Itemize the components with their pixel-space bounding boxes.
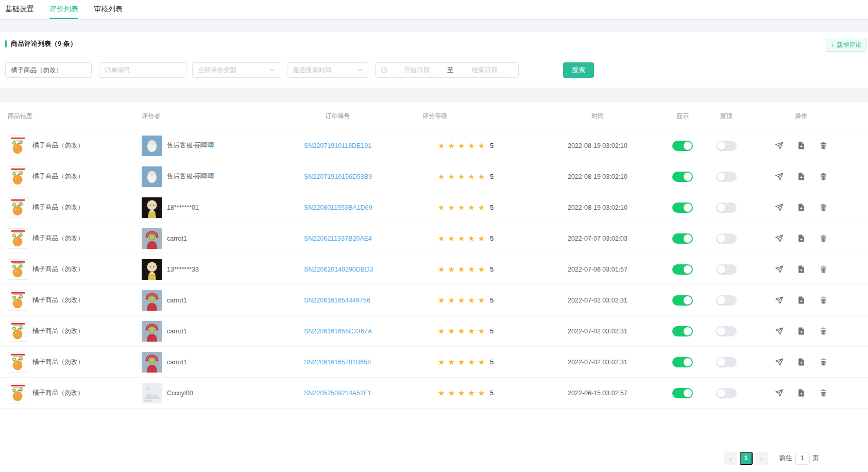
order-number-link[interactable]: SN2206161654449756 [304, 297, 370, 304]
send-button[interactable] [775, 327, 784, 335]
current-page-button[interactable]: 1 [740, 452, 753, 465]
delete-button[interactable] [819, 172, 828, 181]
product-cell: 橘子商品（勿改） [0, 321, 134, 342]
show-toggle[interactable] [672, 203, 693, 213]
top-toggle[interactable] [716, 233, 737, 244]
prev-page-button[interactable]: ‹ [724, 452, 737, 465]
delete-button[interactable] [819, 265, 828, 274]
order-number-link[interactable]: SN2206161655C2367A [304, 328, 372, 335]
order-cell: SN220620140290DBD3 [273, 266, 402, 273]
review-time: 2022-06-15 03:02:57 [568, 390, 627, 397]
top-toggle[interactable] [716, 388, 737, 398]
date-range-picker[interactable]: 开始日期 至 结束日期 [375, 62, 519, 78]
goto-page-input[interactable] [795, 452, 810, 465]
next-page-button[interactable]: › [755, 452, 768, 465]
rating-cell: ★★★★★ 5 [402, 327, 536, 335]
file-add-button[interactable] [797, 358, 806, 366]
file-add-button[interactable] [797, 296, 806, 305]
top-toggle[interactable] [716, 172, 737, 182]
product-name: 橘子商品（勿改） [32, 141, 84, 150]
product-search-input[interactable] [5, 62, 92, 78]
actions-cell [747, 327, 855, 335]
product-image [8, 136, 28, 156]
delete-button[interactable] [819, 389, 828, 397]
file-add-button[interactable] [797, 265, 806, 274]
order-number-link[interactable]: SN2208011553BA1D69 [304, 204, 372, 211]
order-number-link[interactable]: SN220616165781B658 [304, 359, 371, 366]
file-add-button[interactable] [797, 141, 806, 150]
top-toggle[interactable] [716, 141, 737, 151]
delete-button[interactable] [819, 296, 828, 305]
file-add-button[interactable] [797, 172, 806, 181]
actions-cell [747, 234, 855, 243]
order-number-link[interactable]: SN22071910118DE191 [304, 142, 371, 149]
send-button[interactable] [775, 389, 784, 397]
file-add-button[interactable] [797, 234, 806, 243]
delete-button[interactable] [819, 141, 828, 150]
send-button[interactable] [775, 234, 784, 243]
delete-button[interactable] [819, 234, 828, 243]
top-toggle[interactable] [716, 203, 737, 213]
reviewer-cell: 售后客服-丽唧唧 [134, 166, 273, 187]
product-cell: 橘子商品（勿改） [0, 136, 134, 156]
rating-value: 5 [490, 173, 493, 180]
show-toggle[interactable] [672, 233, 693, 244]
show-toggle[interactable] [672, 357, 693, 367]
delete-button[interactable] [819, 203, 828, 212]
reviewer-name: Ccccyl00 [167, 390, 193, 397]
send-button[interactable] [775, 296, 784, 305]
star-rating: ★★★★★ [438, 327, 488, 335]
order-number-link[interactable]: SN22052509214A52F1 [304, 390, 371, 397]
show-toggle[interactable] [672, 326, 693, 336]
order-number-link[interactable]: SN2206211337B20AE4 [304, 235, 372, 242]
send-button[interactable] [775, 265, 784, 274]
order-cell: SN22052509214A52F1 [273, 390, 402, 397]
delete-button[interactable] [819, 327, 828, 335]
show-toggle[interactable] [672, 264, 693, 275]
start-date-placeholder[interactable]: 开始日期 [388, 66, 445, 75]
review-time: 2022-08-19 03:02:10 [568, 204, 627, 211]
order-number-link[interactable]: SN220620140290DBD3 [304, 266, 373, 273]
rating-value: 5 [490, 328, 493, 335]
show-toggle[interactable] [672, 295, 693, 306]
review-time: 2022-07-02 03:02:31 [568, 328, 627, 335]
search-button[interactable]: 搜索 [563, 62, 594, 78]
product-image [8, 383, 28, 403]
order-number-link[interactable]: SN22071910156D53B9 [304, 173, 372, 180]
file-add-button[interactable] [797, 203, 806, 212]
order-cell: SN220616165781B658 [273, 359, 402, 366]
product-cell: 橘子商品（勿改） [0, 352, 134, 373]
top-toggle[interactable] [716, 326, 737, 336]
send-button[interactable] [775, 358, 784, 366]
delete-button[interactable] [819, 358, 828, 366]
plus-icon: + [831, 42, 835, 49]
reviewer-cell: carrot1 [134, 352, 273, 373]
send-button[interactable] [775, 141, 784, 150]
time-cell: 2022-07-07 03:02:03 [536, 235, 659, 242]
tab-review-list[interactable]: 评价列表 [49, 0, 78, 19]
product-name: 橘子商品（勿改） [32, 265, 84, 274]
show-toggle[interactable] [672, 172, 693, 182]
time-search-select[interactable]: 是否搜索时间 [287, 62, 368, 78]
review-type-select[interactable]: 全部评价类型 [192, 62, 281, 78]
send-button[interactable] [775, 203, 784, 212]
reviewer-name: 13*******33 [167, 266, 199, 273]
top-toggle[interactable] [716, 357, 737, 367]
review-time: 2022-07-06 03:01:57 [568, 266, 627, 273]
order-number-input[interactable] [99, 62, 186, 78]
file-add-button[interactable] [797, 327, 806, 335]
top-toggle[interactable] [716, 295, 737, 306]
end-date-placeholder[interactable]: 结束日期 [456, 66, 513, 75]
star-rating: ★★★★★ [438, 296, 488, 304]
tab-audit-list[interactable]: 审核列表 [94, 0, 123, 19]
file-add-button[interactable] [797, 389, 806, 397]
show-toggle[interactable] [672, 141, 693, 151]
top-toggle[interactable] [716, 264, 737, 275]
send-button[interactable] [775, 172, 784, 181]
order-cell: SN22071910156D53B9 [273, 173, 402, 180]
tab-basic-settings[interactable]: 基础设置 [5, 0, 34, 19]
add-comment-button[interactable]: + 新增评论 [826, 39, 866, 52]
show-toggle[interactable] [672, 388, 693, 398]
date-range-separator: 至 [445, 66, 456, 75]
actions-cell [747, 389, 855, 397]
